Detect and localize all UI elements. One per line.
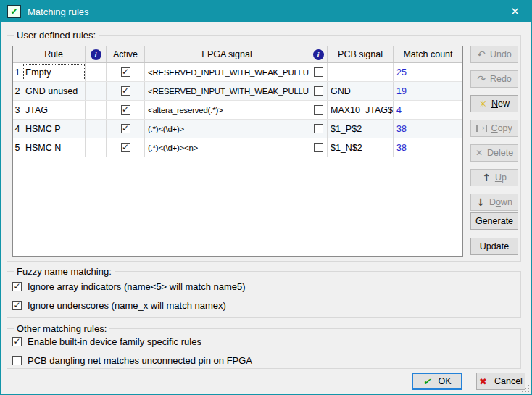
header-rule[interactable]: Rule bbox=[22, 46, 86, 62]
table-row: 5HSMC N(.*)<(\d+)><n>$1_N$238 bbox=[13, 138, 462, 157]
button-label: Redo bbox=[490, 74, 512, 84]
new-button[interactable]: ✳New bbox=[470, 95, 518, 112]
rule-info-cell[interactable] bbox=[86, 63, 107, 81]
option-ignore-underscores[interactable]: Ignore underscores (name_x will match na… bbox=[12, 300, 226, 311]
table-row: 2GND unused<RESERVED_INPUT_WITH_WEAK_PUL… bbox=[13, 82, 462, 101]
pcb-signal-cell[interactable] bbox=[328, 63, 394, 81]
header-pcb-info[interactable]: i bbox=[309, 46, 328, 62]
cancel-button[interactable]: ✖ Cancel bbox=[476, 373, 525, 390]
option-pcb-dangling-net[interactable]: PCB dangling net matches unconnected pin… bbox=[12, 355, 252, 366]
match-count-cell: 38 bbox=[394, 138, 462, 157]
down-icon: ↓ bbox=[476, 197, 485, 207]
rule-cell[interactable]: GND unused bbox=[22, 82, 86, 100]
active-cell[interactable] bbox=[107, 82, 145, 100]
pcb-info-checkbox[interactable] bbox=[314, 105, 323, 115]
header-match-count[interactable]: Match count bbox=[394, 46, 462, 62]
table-header: Rule i Active FPGA signal i PCB signal M… bbox=[13, 46, 462, 63]
ok-button[interactable]: ✔ OK bbox=[412, 373, 462, 390]
option-builtin-device-rules[interactable]: Enable built-in device family specific r… bbox=[12, 336, 201, 347]
option-ignore-array-indicators[interactable]: Ignore array indicators (name<5> will ma… bbox=[12, 281, 246, 292]
pcb-info-cell[interactable] bbox=[309, 101, 328, 119]
row-number: 1 bbox=[13, 63, 22, 81]
option-label: Ignore underscores (name_x will match na… bbox=[28, 300, 226, 311]
update-button[interactable]: Update bbox=[470, 238, 518, 255]
app-icon: ✔ bbox=[7, 5, 21, 18]
generate-button[interactable]: Generate bbox=[470, 212, 518, 230]
rule-info-cell[interactable] bbox=[86, 101, 107, 119]
row-number: 4 bbox=[13, 120, 22, 138]
active-checkbox[interactable] bbox=[121, 67, 130, 77]
up-button[interactable]: ↑Up bbox=[470, 169, 518, 186]
pcb-info-cell[interactable] bbox=[309, 82, 328, 100]
ok-check-icon: ✔ bbox=[423, 376, 431, 387]
pcb-signal-cell[interactable]: GND bbox=[328, 82, 394, 100]
fpga-signal-cell[interactable]: (.*)<(\d+)><n> bbox=[145, 138, 309, 157]
new-icon: ✳ bbox=[479, 99, 487, 109]
table-row: 4HSMC P(.*)<(\d+)>$1_P$238 bbox=[13, 120, 462, 138]
table-row: 3JTAG<altera_reserved(.*)>MAX10_JTAG$14 bbox=[13, 101, 462, 120]
active-cell[interactable] bbox=[107, 138, 145, 157]
copy-button[interactable]: →Copy bbox=[470, 120, 518, 137]
fpga-signal-cell[interactable]: (.*)<(\d+)> bbox=[145, 120, 309, 138]
option-label: Ignore array indicators (name<5> will ma… bbox=[28, 281, 246, 292]
pcb-info-checkbox[interactable] bbox=[314, 124, 323, 133]
header-pcb-signal[interactable]: PCB signal bbox=[328, 46, 394, 62]
delete-icon: ✕ bbox=[475, 149, 483, 157]
active-checkbox[interactable] bbox=[121, 105, 130, 115]
pcb-signal-cell[interactable]: $1_N$2 bbox=[328, 138, 394, 157]
undo-icon: ↶ bbox=[477, 49, 486, 59]
rule-info-cell[interactable] bbox=[86, 138, 107, 157]
delete-button[interactable]: ✕Delete bbox=[470, 144, 518, 162]
pcb-info-cell[interactable] bbox=[309, 138, 328, 157]
pcb-info-checkbox[interactable] bbox=[314, 143, 323, 152]
builtin-device-rules-checkbox[interactable] bbox=[12, 337, 22, 346]
active-cell[interactable] bbox=[107, 63, 145, 81]
pcb-signal-cell[interactable]: MAX10_JTAG$1 bbox=[328, 101, 394, 119]
fpga-signal-cell[interactable]: <RESERVED_INPUT_WITH_WEAK_PULLUP> bbox=[145, 63, 309, 81]
button-label: Undo bbox=[490, 49, 512, 59]
pcb-info-cell[interactable] bbox=[309, 63, 328, 81]
match-count-cell: 38 bbox=[394, 120, 462, 138]
undo-button[interactable]: ↶Undo bbox=[470, 46, 518, 63]
title-bar: ✔ Matching rules ✕ bbox=[1, 1, 531, 22]
pcb-info-checkbox[interactable] bbox=[314, 86, 323, 96]
fpga-signal-cell[interactable]: <RESERVED_INPUT_WITH_WEAK_PULLUP> bbox=[145, 82, 309, 100]
pcb-info-checkbox[interactable] bbox=[314, 67, 323, 77]
pcb-dangling-net-checkbox[interactable] bbox=[12, 356, 22, 365]
up-icon: ↑ bbox=[482, 172, 491, 183]
option-label: PCB dangling net matches unconnected pin… bbox=[28, 355, 252, 366]
fuzzy-matching-group: Fuzzy name matching: bbox=[7, 271, 521, 318]
pcb-info-cell[interactable] bbox=[309, 120, 328, 138]
fpga-signal-cell[interactable]: <altera_reserved(.*)> bbox=[145, 101, 309, 119]
table-body: 1Empty<RESERVED_INPUT_WITH_WEAK_PULLUP>2… bbox=[13, 63, 462, 157]
header-rule-info[interactable]: i bbox=[86, 46, 107, 62]
header-active[interactable]: Active bbox=[107, 46, 145, 62]
close-button[interactable]: ✕ bbox=[499, 1, 531, 22]
header-fpga-signal[interactable]: FPGA signal bbox=[145, 46, 309, 62]
rule-info-cell[interactable] bbox=[86, 120, 107, 138]
active-cell[interactable] bbox=[107, 101, 145, 119]
button-label: Generate bbox=[475, 216, 513, 226]
ignore-array-indicators-checkbox[interactable] bbox=[12, 282, 22, 291]
resize-grip[interactable] bbox=[521, 384, 530, 393]
row-number: 5 bbox=[13, 138, 22, 157]
info-icon: i bbox=[91, 49, 101, 60]
rule-cell[interactable]: HSMC P bbox=[22, 120, 86, 138]
redo-button[interactable]: ↷Redo bbox=[470, 70, 518, 88]
rule-cell[interactable]: HSMC N bbox=[22, 138, 86, 157]
down-button[interactable]: ↓Down bbox=[470, 194, 518, 211]
active-checkbox[interactable] bbox=[121, 124, 130, 133]
rule-cell[interactable]: JTAG bbox=[22, 101, 86, 119]
rule-info-cell[interactable] bbox=[86, 82, 107, 100]
match-count-cell: 19 bbox=[394, 82, 462, 100]
pcb-signal-cell[interactable]: $1_P$2 bbox=[328, 120, 394, 138]
match-count-cell: 4 bbox=[394, 101, 462, 119]
active-checkbox[interactable] bbox=[121, 143, 130, 152]
rule-cell[interactable]: Empty bbox=[22, 63, 86, 81]
active-checkbox[interactable] bbox=[121, 86, 130, 96]
active-cell[interactable] bbox=[107, 120, 145, 138]
cancel-label: Cancel bbox=[494, 376, 523, 386]
ignore-underscores-checkbox[interactable] bbox=[12, 301, 22, 310]
fuzzy-matching-label: Fuzzy name matching: bbox=[14, 266, 115, 277]
button-label: New bbox=[491, 99, 510, 109]
